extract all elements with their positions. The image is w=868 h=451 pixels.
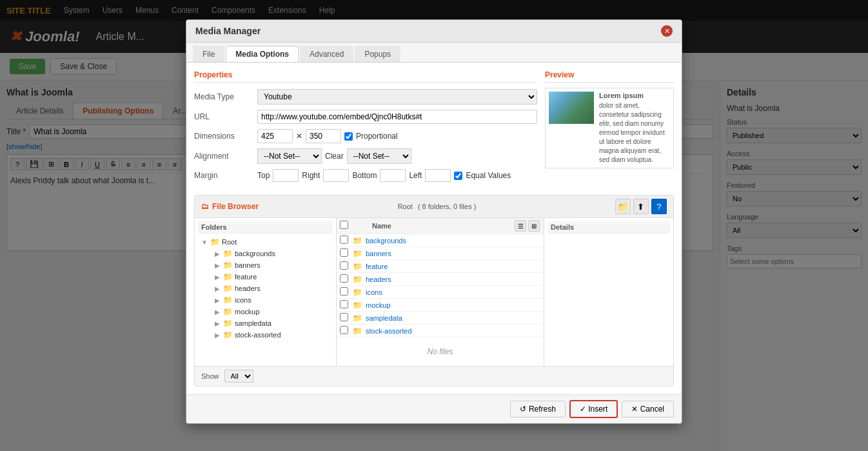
cb-backgrounds[interactable] <box>340 236 348 244</box>
icons-label: icons <box>235 296 252 304</box>
cb-headers[interactable] <box>340 274 348 283</box>
modal-tab-advanced[interactable]: Advanced <box>300 46 353 62</box>
tree-item-banners[interactable]: ▶ 📁 banners <box>211 259 333 271</box>
media-type-select[interactable]: Youtube Vimeo <box>257 89 537 105</box>
cancel-button[interactable]: ✕ Cancel <box>622 401 674 417</box>
modal-close-button[interactable]: ✕ <box>661 25 673 37</box>
grid-view-btn[interactable]: ⊞ <box>528 220 540 232</box>
file-browser-body: Folders ▼ 📁 Root ▶ 📁 backgrounds <box>195 218 673 366</box>
file-name-banners[interactable]: banners <box>366 250 540 257</box>
alignment-select[interactable]: --Not Set-- Left Center Right <box>257 148 322 164</box>
file-name-feature[interactable]: feature <box>366 263 540 270</box>
proportional-checkbox[interactable] <box>344 132 353 141</box>
alignment2-select[interactable]: --Not Set-- <box>347 148 411 164</box>
file-name-stock[interactable]: stock-assorted <box>366 327 540 335</box>
feature-folder-icon: 📁 <box>223 272 233 281</box>
tree-item-feature[interactable]: ▶ 📁 feature <box>211 271 333 283</box>
tree-item-stock[interactable]: ▶ 📁 stock-assorted <box>211 329 333 341</box>
files-header: Name ☰ ⊞ <box>337 218 544 234</box>
sampledata-label: sampledata <box>235 319 271 327</box>
file-browser-header: 🗂 File Browser Root ( 8 folders, 0 files… <box>195 195 673 218</box>
fb-upload-button[interactable]: ⬆ <box>633 199 649 214</box>
refresh-label: Refresh <box>529 405 556 414</box>
cb-banners[interactable] <box>340 248 348 257</box>
dimensions-inputs: ✕ Proportional <box>257 129 398 143</box>
preview-body: dolor sit amet, consetetur sadipscing el… <box>599 101 670 165</box>
url-input[interactable] <box>257 110 537 124</box>
equal-values-checkbox[interactable] <box>454 172 462 180</box>
fb-help-button[interactable]: ? <box>651 199 667 214</box>
cb-mockup[interactable] <box>340 300 348 308</box>
file-item-sampledata[interactable]: 📁 sampledata <box>337 312 544 325</box>
banners-label: banners <box>235 261 261 269</box>
list-view-btn[interactable]: ☰ <box>515 220 526 232</box>
file-browser-section: 🗂 File Browser Root ( 8 folders, 0 files… <box>194 195 674 386</box>
file-name-sampledata[interactable]: sampledata <box>366 314 540 322</box>
margin-bottom-input[interactable] <box>380 169 406 182</box>
file-item-banners[interactable]: 📁 banners <box>337 247 544 260</box>
file-item-feature[interactable]: 📁 feature <box>337 260 544 273</box>
file-item-icons[interactable]: 📁 icons <box>337 286 544 299</box>
clear-label: Clear <box>325 152 344 161</box>
modal-content-row: Properties Media Type Youtube Vimeo URL <box>194 70 674 187</box>
icons-toggle: ▶ <box>213 297 221 304</box>
margin-right-input[interactable] <box>323 169 349 182</box>
fb-new-folder-button[interactable]: 📁 <box>615 199 631 214</box>
tree-item-icons[interactable]: ▶ 📁 icons <box>211 294 333 306</box>
tree-item-headers[interactable]: ▶ 📁 headers <box>211 283 333 294</box>
headers-folder-icon: 📁 <box>223 284 233 293</box>
file-item-stock[interactable]: 📁 stock-assorted <box>337 325 544 337</box>
file-name-backgrounds[interactable]: backgrounds <box>366 237 540 245</box>
tree-children: ▶ 📁 backgrounds ▶ 📁 banners <box>198 248 333 341</box>
tree-item-backgrounds[interactable]: ▶ 📁 backgrounds <box>211 248 333 259</box>
cancel-label: ✕ Cancel <box>631 405 664 414</box>
alignment-inputs: --Not Set-- Left Center Right Clear --No… <box>257 148 411 164</box>
margin-left-input[interactable] <box>425 169 451 182</box>
margin-top-label: Top <box>257 171 270 180</box>
feature-toggle: ▶ <box>213 274 221 281</box>
proportional-label: Proportional <box>356 132 398 141</box>
file-name-icons[interactable]: icons <box>366 288 540 296</box>
sampledata-folder-icon: 📁 <box>223 319 233 328</box>
banners-folder-icon: 📁 <box>223 261 233 270</box>
height-input[interactable] <box>306 129 341 143</box>
alignment-row: Alignment --Not Set-- Left Center Right … <box>194 148 537 164</box>
tree-item-mockup[interactable]: ▶ 📁 mockup <box>211 306 333 317</box>
file-browser-title: 🗂 File Browser <box>201 202 259 211</box>
margin-top-input[interactable] <box>273 169 299 182</box>
headers-label: headers <box>235 285 261 292</box>
refresh-button[interactable]: ↺ Refresh <box>510 401 566 417</box>
preview-section: Preview Lorem ipsum dolor sit amet, cons… <box>545 70 674 187</box>
tree-item-sampledata[interactable]: ▶ 📁 sampledata <box>211 317 333 329</box>
margin-inputs: Top Right Bottom Left Equal Values <box>257 169 511 182</box>
file-name-headers[interactable]: headers <box>366 276 540 283</box>
show-select[interactable]: All <box>224 370 253 383</box>
modal-tab-popups[interactable]: Popups <box>355 46 400 62</box>
select-all-checkbox[interactable] <box>340 221 348 229</box>
no-files-message: No files <box>337 337 544 366</box>
cb-sampledata[interactable] <box>340 313 348 321</box>
mockup-folder-icon: 📁 <box>223 307 233 316</box>
file-item-headers[interactable]: 📁 headers <box>337 273 544 286</box>
banners-toggle: ▶ <box>213 262 221 269</box>
modal-tab-file[interactable]: File <box>193 46 224 62</box>
root-folder-icon: 📁 <box>210 237 220 246</box>
insert-button[interactable]: ✓ Insert <box>569 400 618 418</box>
file-item-backgrounds[interactable]: 📁 backgrounds <box>337 234 544 247</box>
modal-tab-media-options[interactable]: Media Options <box>226 46 299 62</box>
media-type-label: Media Type <box>194 92 252 101</box>
headers-toggle: ▶ <box>213 285 221 292</box>
cb-feature[interactable] <box>340 261 348 270</box>
cb-stock[interactable] <box>340 326 348 334</box>
media-manager-modal: Media Manager ✕ File Media Options Advan… <box>186 19 682 424</box>
file-item-mockup[interactable]: 📁 mockup <box>337 299 544 312</box>
width-input[interactable] <box>257 129 293 143</box>
backgrounds-toggle: ▶ <box>213 250 221 257</box>
modal-title: Media Manager <box>195 26 261 36</box>
tree-root[interactable]: ▼ 📁 Root <box>198 236 333 248</box>
properties-section: Properties Media Type Youtube Vimeo URL <box>194 70 537 187</box>
cb-icons[interactable] <box>340 287 348 296</box>
dimensions-row: Dimensions ✕ Proportional <box>194 129 537 143</box>
feature-label: feature <box>235 273 257 281</box>
file-name-mockup[interactable]: mockup <box>366 301 540 309</box>
